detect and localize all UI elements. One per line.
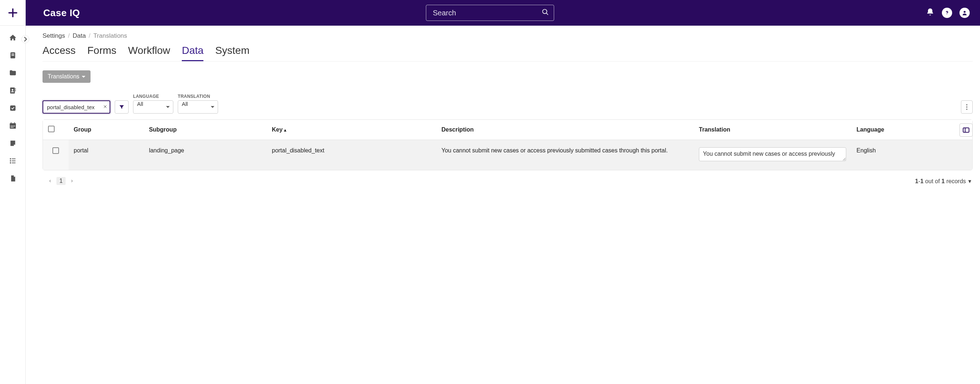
- more-actions-button[interactable]: [961, 100, 973, 114]
- svg-point-10: [11, 89, 13, 91]
- cell-subgroup: landing_page: [144, 140, 266, 170]
- col-key-label: Key: [272, 126, 283, 133]
- svg-rect-19: [12, 126, 13, 126]
- svg-rect-12: [15, 90, 16, 91]
- tab-data[interactable]: Data: [182, 45, 204, 61]
- cell-language: English: [851, 140, 954, 170]
- tab-access[interactable]: Access: [43, 45, 75, 61]
- calendar-icon[interactable]: [9, 122, 17, 130]
- breadcrumb-current: Translations: [94, 32, 127, 40]
- topbar-actions: [926, 8, 980, 18]
- language-filter-label: LANGUAGE: [133, 94, 173, 99]
- add-button[interactable]: [0, 0, 25, 25]
- list-icon[interactable]: [9, 157, 17, 165]
- topbar: Case IQ: [0, 0, 980, 25]
- main-content: Settings / Data / Translations Access Fo…: [25, 25, 980, 384]
- global-search[interactable]: [426, 5, 554, 21]
- tab-forms[interactable]: Forms: [87, 45, 116, 61]
- translations-table-wrap: Group Subgroup Key▴ Description Translat…: [43, 119, 973, 170]
- filter-row: LANGUAGE All TRANSLATION All: [43, 94, 973, 114]
- tab-workflow[interactable]: Workflow: [128, 45, 170, 61]
- col-group[interactable]: Group: [68, 120, 144, 140]
- chevron-down-icon: ▾: [968, 178, 971, 184]
- svg-point-2: [543, 10, 547, 14]
- record-count[interactable]: 1-1 out of 1 records ▾: [915, 178, 971, 185]
- pager-row: 1 1-1 out of 1 records ▾: [46, 177, 971, 185]
- translation-filter: TRANSLATION All: [178, 94, 218, 114]
- logo: Case IQ: [43, 7, 80, 19]
- document-icon[interactable]: [9, 51, 17, 59]
- translations-table: Group Subgroup Key▴ Description Translat…: [43, 120, 972, 170]
- svg-point-32: [966, 106, 967, 107]
- cell-description: You cannot submit new cases or access pr…: [436, 140, 694, 170]
- svg-point-31: [966, 104, 967, 105]
- svg-point-5: [964, 11, 965, 13]
- filter-button[interactable]: [115, 100, 129, 114]
- folder-icon[interactable]: [9, 69, 17, 77]
- select-all-checkbox[interactable]: [48, 126, 55, 132]
- clear-icon[interactable]: [103, 104, 107, 110]
- svg-rect-17: [14, 122, 15, 124]
- next-page-button[interactable]: [68, 177, 76, 185]
- contacts-icon[interactable]: [9, 86, 17, 95]
- svg-point-4: [947, 14, 947, 15]
- chevron-down-icon: [82, 76, 85, 78]
- svg-rect-13: [10, 106, 15, 111]
- breadcrumb-separator: /: [89, 32, 91, 40]
- cell-translation: [694, 140, 851, 170]
- select-all-header[interactable]: [43, 120, 68, 140]
- col-translation[interactable]: Translation: [694, 120, 851, 140]
- svg-rect-34: [963, 128, 969, 132]
- col-key[interactable]: Key▴: [267, 120, 436, 140]
- translations-dropdown-label: Translations: [48, 73, 80, 80]
- svg-point-33: [966, 108, 967, 109]
- range-from: 1: [915, 178, 918, 184]
- records-mid: out of: [924, 178, 942, 184]
- svg-point-27: [10, 163, 11, 163]
- breadcrumb-separator: /: [68, 32, 70, 40]
- range-to: 1: [920, 178, 924, 184]
- breadcrumb-root[interactable]: Settings: [43, 32, 65, 40]
- sidebar-expand-icon[interactable]: [21, 35, 29, 43]
- sidebar: [0, 25, 25, 384]
- tab-system[interactable]: System: [215, 45, 249, 61]
- translation-textarea[interactable]: [699, 147, 846, 161]
- prev-page-button[interactable]: [46, 177, 54, 185]
- svg-point-23: [10, 159, 11, 159]
- svg-rect-11: [15, 89, 16, 90]
- account-icon[interactable]: [959, 8, 970, 18]
- cell-group: portal: [68, 140, 144, 170]
- filter-search-input[interactable]: [43, 100, 110, 114]
- column-toggle-button[interactable]: [959, 124, 973, 136]
- col-language[interactable]: Language: [851, 120, 954, 140]
- row-checkbox[interactable]: [52, 147, 59, 154]
- records-suffix: records: [945, 178, 966, 184]
- global-search-input[interactable]: [426, 5, 554, 21]
- page-number[interactable]: 1: [56, 177, 65, 185]
- svg-rect-7: [11, 54, 14, 54]
- translations-dropdown[interactable]: Translations: [43, 70, 91, 83]
- svg-rect-8: [11, 55, 14, 56]
- svg-rect-18: [11, 126, 12, 126]
- col-subgroup[interactable]: Subgroup: [144, 120, 266, 140]
- svg-rect-16: [11, 122, 11, 124]
- search-icon: [542, 8, 549, 17]
- svg-rect-21: [11, 127, 12, 128]
- breadcrumb-section[interactable]: Data: [73, 32, 86, 40]
- svg-line-3: [546, 13, 548, 15]
- records-total: 1: [942, 178, 945, 184]
- svg-rect-15: [10, 124, 16, 125]
- home-icon[interactable]: [9, 34, 17, 42]
- chevron-down-icon: [211, 106, 215, 108]
- svg-rect-22: [12, 127, 13, 128]
- svg-point-25: [10, 160, 11, 161]
- help-icon[interactable]: [942, 8, 952, 18]
- note-icon[interactable]: [9, 139, 17, 147]
- notifications-icon[interactable]: [926, 8, 935, 18]
- language-filter: LANGUAGE All: [133, 94, 173, 114]
- page-icon[interactable]: [9, 175, 17, 182]
- checkbox-icon[interactable]: [9, 104, 17, 112]
- table-row[interactable]: portal landing_page portal_disabled_text…: [43, 140, 972, 170]
- col-description[interactable]: Description: [436, 120, 694, 140]
- chevron-down-icon: [166, 106, 170, 108]
